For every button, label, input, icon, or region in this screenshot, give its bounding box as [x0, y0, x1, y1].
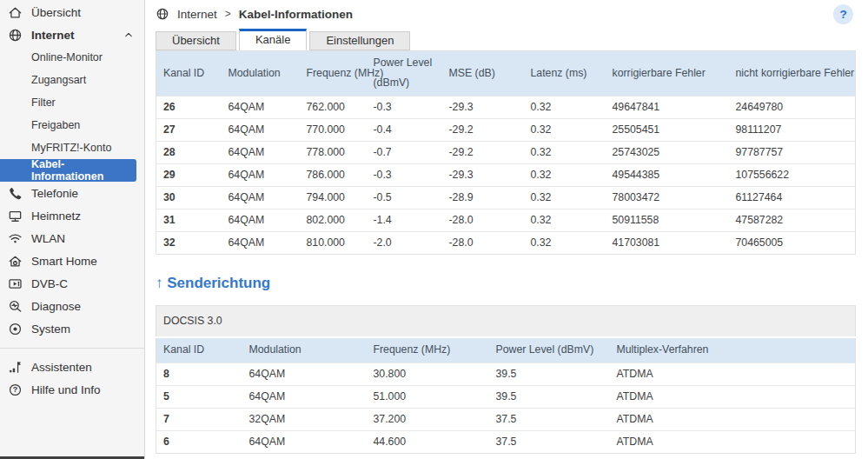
sidebar-item-online-monitor[interactable]: Online-Monitor	[0, 46, 144, 69]
sidebar-item-label: Zugangsart	[31, 74, 86, 86]
column-header: Kanal ID	[156, 337, 242, 363]
cell: 78003472	[606, 186, 729, 209]
cell: 41703081	[606, 231, 729, 254]
tab-kanaele[interactable]: Kanäle	[239, 29, 307, 50]
cell: 64QAM	[242, 363, 367, 385]
sidebar-item-zugangsart[interactable]: Zugangsart	[0, 69, 144, 91]
tv-icon	[8, 276, 23, 291]
cell: 25505451	[606, 118, 729, 141]
cell: 810.000	[300, 231, 367, 254]
cell: 97787757	[729, 141, 856, 163]
cell: 50911558	[606, 209, 729, 231]
cell: -29.3	[442, 96, 524, 118]
system-icon	[8, 322, 23, 336]
column-header: nicht korrigierbare Fehler	[729, 51, 856, 96]
sidebar-item-label: Kabel-Informationen	[31, 158, 136, 183]
sidebar-item-system[interactable]: System	[0, 317, 144, 340]
breadcrumb: Internet > Kabel-Informationen ?	[156, 3, 856, 25]
sidebar-item-heimnetz[interactable]: Heimnetz	[0, 204, 144, 227]
tab-uebersicht[interactable]: Übersicht	[156, 31, 236, 50]
sidebar-item-label: Hilfe und Info	[31, 383, 101, 396]
cell: 0.32	[524, 118, 606, 141]
cell: 7	[156, 408, 242, 430]
breadcrumb-section[interactable]: Internet	[177, 8, 217, 21]
sidebar-item-label: Übersicht	[31, 6, 81, 19]
column-header: Frequenz (MHz)	[367, 337, 489, 363]
cell: 64QAM	[222, 141, 300, 163]
cell: 49647841	[606, 96, 729, 118]
table-row: 664QAM44.60037.5ATDMA	[156, 430, 856, 453]
sidebar-item-label: Freigaben	[31, 119, 80, 131]
cell: 0.32	[524, 209, 606, 231]
table-row: 3264QAM810.000-2.0-28.00.324170308170465…	[156, 231, 856, 254]
cell: -28.0	[442, 231, 524, 254]
phone-icon	[8, 186, 23, 201]
cell: -28.0	[442, 209, 524, 231]
sidebar-item-dvb-c[interactable]: DVB-C	[0, 272, 144, 295]
cell: 794.000	[300, 186, 367, 209]
cell: -0.3	[367, 96, 442, 118]
cell: 49544385	[606, 163, 729, 186]
cell: 802.000	[300, 209, 367, 231]
app-window: ÜbersichtInternetOnline-MonitorZugangsar…	[0, 0, 868, 459]
cell: ATDMA	[610, 408, 856, 430]
wizard-icon	[8, 360, 23, 375]
sidebar-item-label: Heimnetz	[31, 210, 81, 223]
diagnose-icon	[8, 299, 23, 314]
table-header-row: Kanal IDModulationFrequenz (MHz)Power Le…	[156, 51, 856, 96]
cell: -2.0	[367, 231, 442, 254]
cell: 26	[156, 96, 222, 118]
sidebar-item-hilfe-und-info[interactable]: ?Hilfe und Info	[0, 378, 144, 401]
table-row: 2964QAM786.000-0.3-29.30.324954438510755…	[156, 163, 856, 186]
sidebar-item-label: Smart Home	[31, 255, 97, 268]
sidebar-item-smart-home[interactable]: Smart Home	[0, 249, 144, 272]
table-row: 2664QAM762.000-0.3-29.30.324964784124649…	[156, 96, 856, 118]
cell: 5	[156, 385, 242, 408]
sidebar-item-label: MyFRITZ!-Konto	[31, 142, 111, 154]
chevron-up-icon[interactable]	[123, 29, 135, 41]
sidebar-item-label: Assistenten	[31, 361, 92, 374]
table-row: 2764QAM770.000-0.4-29.20.322550545198111…	[156, 118, 856, 141]
sidebar-item-kabel-informationen[interactable]: Kabel-Informationen	[0, 159, 136, 182]
cell: 39.5	[489, 385, 610, 408]
sidebar-item-label: Diagnose	[31, 300, 81, 313]
column-header: Kanal ID	[156, 51, 222, 96]
main-content: Internet > Kabel-Informationen ? Übersic…	[145, 0, 868, 459]
sidebar-item-wlan[interactable]: WLAN	[0, 227, 144, 249]
cell: 98111207	[729, 118, 856, 141]
column-header: korrigierbare Fehler	[606, 51, 729, 96]
sidebar-item-uebersicht[interactable]: Übersicht	[0, 1, 144, 23]
cell: 107556622	[729, 163, 856, 186]
cell: 70465005	[729, 231, 856, 254]
cell: -0.5	[367, 186, 442, 209]
cell: ATDMA	[610, 385, 856, 408]
cell: 61127464	[729, 186, 856, 209]
cell: 64QAM	[222, 209, 300, 231]
cell: 44.600	[367, 430, 489, 453]
cell: 770.000	[300, 118, 367, 141]
cell: 0.32	[524, 96, 606, 118]
sidebar-item-internet[interactable]: Internet	[0, 23, 144, 46]
cell: 64QAM	[222, 231, 300, 254]
help-button[interactable]: ?	[833, 4, 853, 24]
cell: 64QAM	[242, 430, 367, 453]
table-group-label: DOCSIS 3.0	[156, 305, 856, 337]
tab-einstellungen[interactable]: Einstellungen	[309, 31, 410, 50]
column-header: Power Level (dBmV)	[489, 337, 610, 363]
sidebar-item-telefonie[interactable]: Telefonie	[0, 182, 144, 204]
sidebar-item-freigaben[interactable]: Freigaben	[0, 114, 144, 136]
table-group-row: DOCSIS 3.0	[156, 305, 856, 337]
table-row: 2864QAM778.000-0.7-29.20.322574302597787…	[156, 141, 856, 163]
cell: 29	[156, 163, 222, 186]
table-header-row: Kanal IDModulationFrequenz (MHz)Power Le…	[156, 337, 856, 363]
table-row: 564QAM51.00039.5ATDMA	[156, 385, 856, 408]
sidebar-item-assistenten[interactable]: Assistenten	[0, 356, 144, 378]
sidebar-item-diagnose[interactable]: Diagnose	[0, 295, 144, 317]
sidebar-item-myfritz-konto[interactable]: MyFRITZ!-Konto	[0, 136, 144, 159]
sidebar-item-filter[interactable]: Filter	[0, 91, 144, 114]
cell: 47587282	[729, 209, 856, 231]
breadcrumb-page: Kabel-Informationen	[239, 8, 353, 21]
cell: 32QAM	[242, 408, 367, 430]
sidebar-item-label: Telefonie	[31, 187, 78, 200]
network-icon	[8, 209, 23, 223]
